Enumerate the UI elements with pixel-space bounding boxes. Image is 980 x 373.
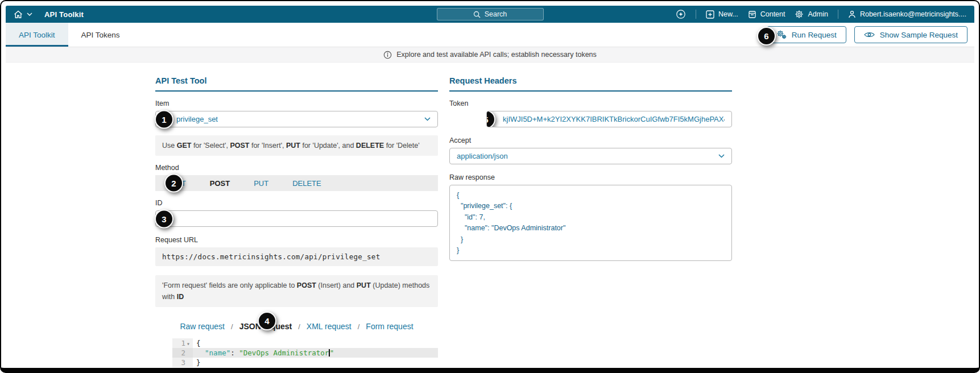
tab-api-tokens[interactable]: API Tokens — [68, 23, 133, 47]
json-value: "DevOps Administrator — [239, 349, 329, 357]
tab-api-toolkit[interactable]: API Toolkit — [6, 23, 68, 47]
run-request-button[interactable]: 6 Run Request — [767, 26, 846, 43]
user-icon — [848, 10, 856, 18]
gears-icon — [776, 30, 787, 39]
info-banner-text: Explore and test available API calls; es… — [396, 51, 597, 59]
link-separator: / — [358, 322, 360, 331]
nav-item-admin[interactable]: Admin — [795, 10, 828, 19]
api-test-tool-heading: API Test Tool — [155, 76, 438, 92]
request-headers-heading: Request Headers — [449, 76, 732, 92]
code-line-active: 2▾ "name": "DevOps Administrator" — [172, 348, 438, 358]
json-request-editor[interactable]: 1▾ { 2▾ "name": "DevOps Administrator" 3… — [172, 338, 438, 367]
code-text: } — [193, 358, 201, 367]
item-label: Item — [155, 100, 438, 107]
request-url-value: https://docs.metricinsights.com/api/priv… — [155, 247, 438, 266]
id-input[interactable]: 3 1 — [155, 210, 438, 227]
method-label: Method — [155, 164, 438, 172]
home-icon[interactable] — [14, 10, 23, 19]
tab-api-tokens-label: API Tokens — [81, 31, 120, 39]
token-label: Token — [449, 100, 732, 107]
link-raw-request[interactable]: Raw request — [180, 322, 225, 331]
method-tabs: 2 GET POST PUT DELETE — [155, 175, 438, 191]
method-post[interactable]: POST — [210, 179, 230, 188]
callout-badge-5: 5 — [486, 111, 495, 127]
form-request-note: 'Form request' fields are only applicabl… — [155, 275, 438, 307]
tab-bar: API Toolkit API Tokens 6 Ru — [6, 23, 974, 47]
show-sample-request-button[interactable]: Show Sample Request — [854, 26, 967, 43]
accept-select[interactable]: application/json — [449, 148, 732, 164]
api-test-tool-panel: API Test Tool Item 1 privilege_set Use G… — [155, 76, 438, 367]
code-line: 3▾ } — [172, 358, 438, 367]
nav-item-admin-label: Admin — [808, 10, 828, 18]
info-icon — [383, 51, 392, 59]
token-input[interactable]: 5 kjIWJI5D+M+k2YI2XYKK7IBRIKTkBrickorCuI… — [486, 111, 732, 127]
nav-item-content[interactable]: Content — [748, 10, 785, 19]
nav-item-new-label: New... — [718, 10, 738, 18]
search-icon — [473, 11, 481, 18]
callout-badge-6: 6 — [757, 27, 776, 45]
token-input-value: kjIWJI5D+M+k2YI2XYKK7IBRIKTkBrickorCuIGf… — [503, 115, 725, 123]
code-fold-icon[interactable]: ▾ — [187, 341, 190, 347]
line-number: 3 — [181, 358, 185, 367]
nav-item-content-label: Content — [760, 10, 785, 18]
callout-badge-2: 2 — [164, 174, 183, 193]
nav-item-user-label: Robert.isaenko@metricinsights.... — [860, 10, 966, 18]
tab-api-toolkit-label: API Toolkit — [19, 31, 55, 39]
line-number: 1 — [181, 339, 185, 347]
global-search[interactable]: Search — [437, 8, 544, 20]
assistant-sparkle-icon[interactable] — [676, 9, 686, 19]
eye-icon — [864, 31, 875, 38]
app-window: API Toolkit Search — [6, 6, 974, 367]
link-form-request[interactable]: Form request — [366, 322, 413, 331]
link-separator: / — [231, 322, 233, 331]
item-select[interactable]: 1 privilege_set — [155, 111, 438, 127]
chevron-down-icon — [718, 154, 725, 158]
info-banner: Explore and test available API calls; es… — [6, 47, 974, 63]
callout-badge-4: 4 — [258, 312, 276, 330]
search-label: Search — [485, 10, 507, 18]
code-line: 1▾ { — [172, 338, 438, 348]
accept-select-value: application/json — [457, 152, 508, 160]
request-format-links: 4 Raw request / JSON request / XML reque… — [155, 322, 438, 331]
raw-response-output[interactable]: { "privilege_set": { "id": 7, "name": "D… — [449, 185, 732, 261]
plus-square-icon — [706, 10, 714, 19]
link-separator: / — [298, 322, 300, 331]
request-url-label: Request URL — [155, 236, 438, 244]
main-content: API Test Tool Item 1 privilege_set Use G… — [6, 63, 974, 367]
top-navbar: API Toolkit Search — [6, 6, 974, 23]
gear-icon — [795, 10, 804, 19]
chevron-down-icon[interactable] — [27, 13, 32, 16]
method-put[interactable]: PUT — [254, 179, 268, 188]
callout-badge-1: 1 — [155, 110, 173, 129]
callout-badge-3: 3 — [155, 209, 173, 228]
link-xml-request[interactable]: XML request — [307, 322, 352, 331]
nav-item-new[interactable]: New... — [706, 10, 738, 19]
run-request-label: Run Request — [792, 31, 837, 39]
show-sample-request-label: Show Sample Request — [880, 31, 958, 39]
nav-item-user[interactable]: Robert.isaenko@metricinsights.... — [848, 10, 966, 18]
request-headers-panel: Request Headers Token 5 kjIWJI5D+M+k2YI2… — [449, 76, 732, 367]
code-text: { — [193, 338, 201, 348]
method-usage-note: Use GET for 'Select', POST for 'Insert',… — [155, 135, 438, 156]
accept-label: Accept — [449, 136, 732, 144]
document-icon — [748, 10, 756, 19]
raw-response-label: Raw response — [449, 173, 732, 181]
chevron-down-icon — [424, 117, 431, 121]
navbar-divider — [696, 10, 696, 19]
page-title: API Toolkit — [44, 10, 84, 19]
item-select-value: privilege_set — [176, 115, 218, 123]
json-key: "name" — [205, 349, 230, 357]
screenshot-frame: API Toolkit Search — [0, 0, 980, 373]
id-label: ID — [155, 199, 438, 207]
navbar-divider — [838, 10, 838, 19]
method-delete[interactable]: DELETE — [292, 179, 321, 188]
line-number: 2 — [181, 349, 185, 357]
